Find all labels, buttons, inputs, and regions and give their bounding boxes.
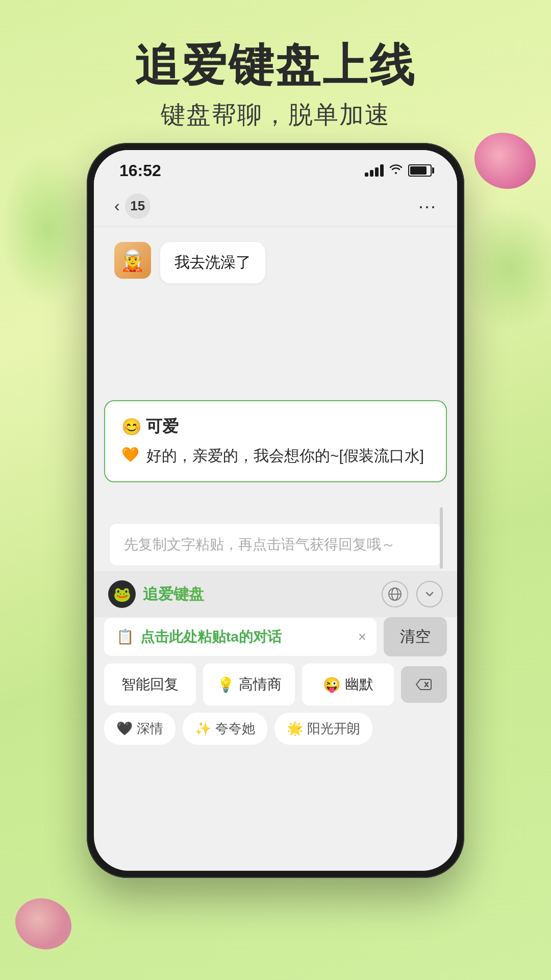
phone-screen: 16:52: [94, 150, 457, 871]
praise-label: 夸夸她: [215, 720, 255, 738]
keyboard-logo: 🐸: [108, 580, 136, 608]
delete-button[interactable]: [401, 666, 447, 703]
decorative-blob-right: [459, 204, 551, 332]
tag-praise[interactable]: ✨ 夸夸她: [183, 713, 267, 745]
signal-icon: [365, 164, 384, 177]
wifi-icon: [389, 163, 403, 179]
paste-bar-content: 📋 点击此处粘贴ta的对话: [104, 618, 348, 656]
keyboard-logo-emoji: 🐸: [113, 586, 131, 603]
ai-card-content: 🧡 好的，亲爱的，我会想你的~[假装流口水]: [121, 444, 430, 467]
down-arrow-button[interactable]: [416, 581, 443, 607]
high-eq-button[interactable]: 💡 高情商: [203, 664, 295, 705]
heart-blob-top-right: [474, 133, 536, 189]
globe-button[interactable]: [382, 581, 408, 607]
nav-bar: ‹ 15 ···: [94, 186, 457, 227]
ai-title-text: 可爱: [146, 415, 179, 438]
sunshine-emoji: 🌟: [287, 721, 303, 737]
tag-deep[interactable]: 🖤 深情: [104, 713, 176, 745]
received-message-row: 🧝 我去洗澡了: [114, 242, 437, 283]
battery-icon: [408, 164, 432, 177]
received-bubble: 我去洗澡了: [160, 242, 265, 283]
back-arrow-icon[interactable]: ‹: [114, 197, 120, 215]
keyboard-name: 追爱键盘: [143, 584, 374, 605]
input-section: 先复制文字粘贴，再点击语气获得回复哦～: [94, 513, 457, 571]
deep-label: 深情: [137, 720, 163, 738]
paste-row: 📋 点击此处粘贴ta的对话 × 清空: [104, 617, 447, 656]
phone-mockup: 16:52: [87, 143, 464, 878]
paste-bar[interactable]: 📋 点击此处粘贴ta的对话 ×: [104, 618, 377, 656]
status-icons: [365, 163, 432, 179]
ai-card-text: 好的，亲爱的，我会想你的~[假装流口水]: [146, 444, 424, 467]
ai-suggestion-card[interactable]: 😊 可爱 🧡 好的，亲爱的，我会想你的~[假装流口水]: [104, 400, 447, 482]
heart-blob-bottom-left: [15, 898, 71, 949]
humor-button[interactable]: 😜 幽默: [302, 664, 394, 705]
keyboard-header: 🐸 追爱键盘: [94, 571, 457, 617]
chat-area: 🧝 我去洗澡了: [94, 227, 457, 390]
paste-close-button[interactable]: ×: [348, 629, 377, 645]
high-eq-label: 高情商: [239, 675, 282, 694]
avatar-emoji: 🧝: [120, 249, 145, 273]
smart-reply-button[interactable]: 智能回复: [104, 664, 196, 705]
ai-copy-emoji: 🧡: [121, 444, 139, 465]
high-eq-emoji: 💡: [217, 676, 235, 693]
humor-emoji: 😜: [323, 676, 341, 693]
paste-text: 点击此处粘贴ta的对话: [140, 627, 282, 647]
nav-badge: 15: [125, 193, 151, 219]
phone-frame: 16:52: [87, 143, 464, 878]
praise-emoji: ✨: [195, 721, 211, 737]
ai-card-title: 😊 可爱: [121, 415, 430, 438]
action-buttons-row: 智能回复 💡 高情商 😜 幽默: [94, 664, 457, 713]
sub-title: 键盘帮聊，脱单加速: [0, 99, 551, 131]
more-options-button[interactable]: ···: [418, 195, 437, 217]
ai-title-emoji: 😊: [121, 417, 142, 436]
clear-button[interactable]: 清空: [384, 617, 447, 656]
tags-row: 🖤 深情 ✨ 夸夸她 🌟 阳光开朗: [94, 713, 457, 755]
title-section: 追爱键盘上线 键盘帮聊，脱单加速: [0, 0, 551, 131]
avatar: 🧝: [114, 242, 151, 279]
text-input[interactable]: 先复制文字粘贴，再点击语气获得回复哦～: [109, 523, 442, 566]
paste-icon: 📋: [116, 628, 134, 645]
nav-back[interactable]: ‹ 15: [114, 193, 151, 219]
sunshine-label: 阳光开朗: [307, 720, 360, 738]
keyboard-icons-right: [382, 581, 443, 607]
decorative-blob-left: [0, 153, 92, 306]
scroll-bar: [440, 507, 443, 569]
status-time: 16:52: [119, 161, 161, 180]
main-title: 追爱键盘上线: [0, 41, 551, 90]
humor-label: 幽默: [345, 675, 373, 694]
deep-emoji: 🖤: [116, 721, 133, 737]
status-bar: 16:52: [94, 150, 457, 186]
tag-sunshine[interactable]: 🌟 阳光开朗: [274, 713, 372, 745]
